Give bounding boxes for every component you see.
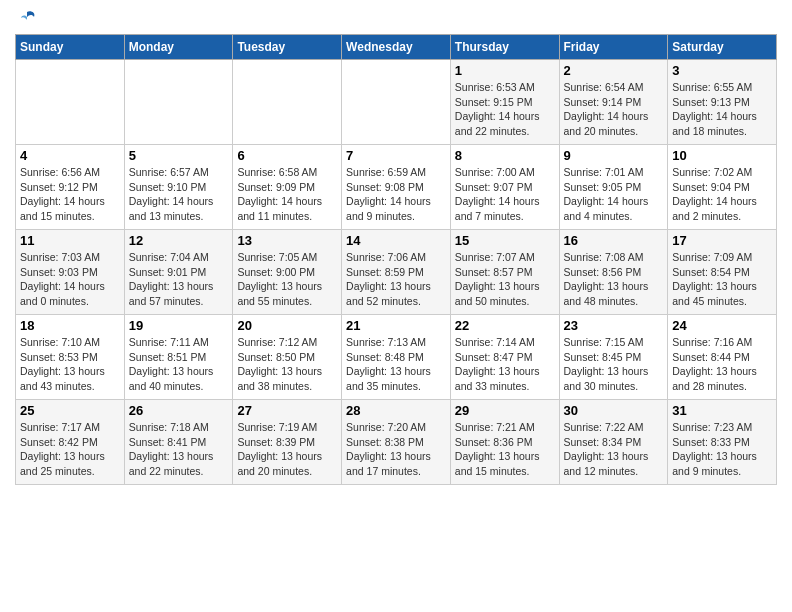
- day-info: Sunrise: 7:22 AM Sunset: 8:34 PM Dayligh…: [564, 420, 664, 479]
- day-info: Sunrise: 7:21 AM Sunset: 8:36 PM Dayligh…: [455, 420, 555, 479]
- calendar-table: SundayMondayTuesdayWednesdayThursdayFrid…: [15, 34, 777, 485]
- calendar-cell: 19Sunrise: 7:11 AM Sunset: 8:51 PM Dayli…: [124, 315, 233, 400]
- day-info: Sunrise: 7:03 AM Sunset: 9:03 PM Dayligh…: [20, 250, 120, 309]
- day-number: 6: [237, 148, 337, 163]
- calendar-cell: 12Sunrise: 7:04 AM Sunset: 9:01 PM Dayli…: [124, 230, 233, 315]
- day-number: 25: [20, 403, 120, 418]
- calendar-cell: 11Sunrise: 7:03 AM Sunset: 9:03 PM Dayli…: [16, 230, 125, 315]
- day-info: Sunrise: 7:23 AM Sunset: 8:33 PM Dayligh…: [672, 420, 772, 479]
- day-info: Sunrise: 7:19 AM Sunset: 8:39 PM Dayligh…: [237, 420, 337, 479]
- calendar-cell: 10Sunrise: 7:02 AM Sunset: 9:04 PM Dayli…: [668, 145, 777, 230]
- col-header-wednesday: Wednesday: [342, 35, 451, 60]
- day-info: Sunrise: 7:00 AM Sunset: 9:07 PM Dayligh…: [455, 165, 555, 224]
- calendar-cell: [342, 60, 451, 145]
- calendar-cell: [124, 60, 233, 145]
- day-info: Sunrise: 7:14 AM Sunset: 8:47 PM Dayligh…: [455, 335, 555, 394]
- calendar-cell: 3Sunrise: 6:55 AM Sunset: 9:13 PM Daylig…: [668, 60, 777, 145]
- day-info: Sunrise: 6:58 AM Sunset: 9:09 PM Dayligh…: [237, 165, 337, 224]
- calendar-cell: 31Sunrise: 7:23 AM Sunset: 8:33 PM Dayli…: [668, 400, 777, 485]
- day-info: Sunrise: 7:02 AM Sunset: 9:04 PM Dayligh…: [672, 165, 772, 224]
- calendar-cell: 15Sunrise: 7:07 AM Sunset: 8:57 PM Dayli…: [450, 230, 559, 315]
- calendar-cell: 13Sunrise: 7:05 AM Sunset: 9:00 PM Dayli…: [233, 230, 342, 315]
- day-number: 22: [455, 318, 555, 333]
- day-info: Sunrise: 7:01 AM Sunset: 9:05 PM Dayligh…: [564, 165, 664, 224]
- day-number: 9: [564, 148, 664, 163]
- day-info: Sunrise: 6:55 AM Sunset: 9:13 PM Dayligh…: [672, 80, 772, 139]
- calendar-cell: 8Sunrise: 7:00 AM Sunset: 9:07 PM Daylig…: [450, 145, 559, 230]
- calendar-cell: 2Sunrise: 6:54 AM Sunset: 9:14 PM Daylig…: [559, 60, 668, 145]
- day-number: 15: [455, 233, 555, 248]
- day-info: Sunrise: 7:20 AM Sunset: 8:38 PM Dayligh…: [346, 420, 446, 479]
- day-number: 2: [564, 63, 664, 78]
- day-info: Sunrise: 6:57 AM Sunset: 9:10 PM Dayligh…: [129, 165, 229, 224]
- day-info: Sunrise: 7:12 AM Sunset: 8:50 PM Dayligh…: [237, 335, 337, 394]
- day-number: 12: [129, 233, 229, 248]
- calendar-cell: 27Sunrise: 7:19 AM Sunset: 8:39 PM Dayli…: [233, 400, 342, 485]
- day-info: Sunrise: 7:17 AM Sunset: 8:42 PM Dayligh…: [20, 420, 120, 479]
- col-header-monday: Monday: [124, 35, 233, 60]
- day-number: 23: [564, 318, 664, 333]
- calendar-cell: 28Sunrise: 7:20 AM Sunset: 8:38 PM Dayli…: [342, 400, 451, 485]
- day-number: 31: [672, 403, 772, 418]
- calendar-cell: 5Sunrise: 6:57 AM Sunset: 9:10 PM Daylig…: [124, 145, 233, 230]
- day-number: 14: [346, 233, 446, 248]
- calendar-cell: 24Sunrise: 7:16 AM Sunset: 8:44 PM Dayli…: [668, 315, 777, 400]
- day-info: Sunrise: 7:13 AM Sunset: 8:48 PM Dayligh…: [346, 335, 446, 394]
- day-number: 13: [237, 233, 337, 248]
- day-info: Sunrise: 7:08 AM Sunset: 8:56 PM Dayligh…: [564, 250, 664, 309]
- week-row-1: 1Sunrise: 6:53 AM Sunset: 9:15 PM Daylig…: [16, 60, 777, 145]
- calendar-cell: 21Sunrise: 7:13 AM Sunset: 8:48 PM Dayli…: [342, 315, 451, 400]
- day-info: Sunrise: 6:54 AM Sunset: 9:14 PM Dayligh…: [564, 80, 664, 139]
- calendar-cell: 16Sunrise: 7:08 AM Sunset: 8:56 PM Dayli…: [559, 230, 668, 315]
- day-info: Sunrise: 7:16 AM Sunset: 8:44 PM Dayligh…: [672, 335, 772, 394]
- calendar-cell: [16, 60, 125, 145]
- calendar-cell: [233, 60, 342, 145]
- day-number: 24: [672, 318, 772, 333]
- day-number: 5: [129, 148, 229, 163]
- calendar-cell: 23Sunrise: 7:15 AM Sunset: 8:45 PM Dayli…: [559, 315, 668, 400]
- day-number: 3: [672, 63, 772, 78]
- day-number: 29: [455, 403, 555, 418]
- col-header-thursday: Thursday: [450, 35, 559, 60]
- day-info: Sunrise: 7:06 AM Sunset: 8:59 PM Dayligh…: [346, 250, 446, 309]
- col-header-friday: Friday: [559, 35, 668, 60]
- calendar-cell: 29Sunrise: 7:21 AM Sunset: 8:36 PM Dayli…: [450, 400, 559, 485]
- day-info: Sunrise: 7:18 AM Sunset: 8:41 PM Dayligh…: [129, 420, 229, 479]
- day-info: Sunrise: 7:05 AM Sunset: 9:00 PM Dayligh…: [237, 250, 337, 309]
- calendar-cell: 30Sunrise: 7:22 AM Sunset: 8:34 PM Dayli…: [559, 400, 668, 485]
- col-header-tuesday: Tuesday: [233, 35, 342, 60]
- day-info: Sunrise: 6:53 AM Sunset: 9:15 PM Dayligh…: [455, 80, 555, 139]
- logo: [15, 10, 38, 26]
- calendar-cell: 4Sunrise: 6:56 AM Sunset: 9:12 PM Daylig…: [16, 145, 125, 230]
- calendar-cell: 17Sunrise: 7:09 AM Sunset: 8:54 PM Dayli…: [668, 230, 777, 315]
- day-number: 21: [346, 318, 446, 333]
- day-number: 26: [129, 403, 229, 418]
- week-row-4: 18Sunrise: 7:10 AM Sunset: 8:53 PM Dayli…: [16, 315, 777, 400]
- calendar-cell: 14Sunrise: 7:06 AM Sunset: 8:59 PM Dayli…: [342, 230, 451, 315]
- day-info: Sunrise: 7:09 AM Sunset: 8:54 PM Dayligh…: [672, 250, 772, 309]
- day-info: Sunrise: 6:56 AM Sunset: 9:12 PM Dayligh…: [20, 165, 120, 224]
- day-number: 27: [237, 403, 337, 418]
- day-info: Sunrise: 7:10 AM Sunset: 8:53 PM Dayligh…: [20, 335, 120, 394]
- page-container: SundayMondayTuesdayWednesdayThursdayFrid…: [0, 0, 792, 495]
- page-header: [15, 10, 777, 26]
- calendar-cell: 26Sunrise: 7:18 AM Sunset: 8:41 PM Dayli…: [124, 400, 233, 485]
- day-number: 18: [20, 318, 120, 333]
- week-row-2: 4Sunrise: 6:56 AM Sunset: 9:12 PM Daylig…: [16, 145, 777, 230]
- calendar-cell: 9Sunrise: 7:01 AM Sunset: 9:05 PM Daylig…: [559, 145, 668, 230]
- day-number: 8: [455, 148, 555, 163]
- calendar-header: SundayMondayTuesdayWednesdayThursdayFrid…: [16, 35, 777, 60]
- day-number: 10: [672, 148, 772, 163]
- day-info: Sunrise: 7:11 AM Sunset: 8:51 PM Dayligh…: [129, 335, 229, 394]
- logo-bird-icon: [16, 8, 38, 30]
- calendar-cell: 25Sunrise: 7:17 AM Sunset: 8:42 PM Dayli…: [16, 400, 125, 485]
- calendar-cell: 20Sunrise: 7:12 AM Sunset: 8:50 PM Dayli…: [233, 315, 342, 400]
- day-number: 20: [237, 318, 337, 333]
- day-number: 19: [129, 318, 229, 333]
- col-header-saturday: Saturday: [668, 35, 777, 60]
- day-info: Sunrise: 7:04 AM Sunset: 9:01 PM Dayligh…: [129, 250, 229, 309]
- week-row-5: 25Sunrise: 7:17 AM Sunset: 8:42 PM Dayli…: [16, 400, 777, 485]
- day-info: Sunrise: 7:15 AM Sunset: 8:45 PM Dayligh…: [564, 335, 664, 394]
- col-header-sunday: Sunday: [16, 35, 125, 60]
- day-number: 11: [20, 233, 120, 248]
